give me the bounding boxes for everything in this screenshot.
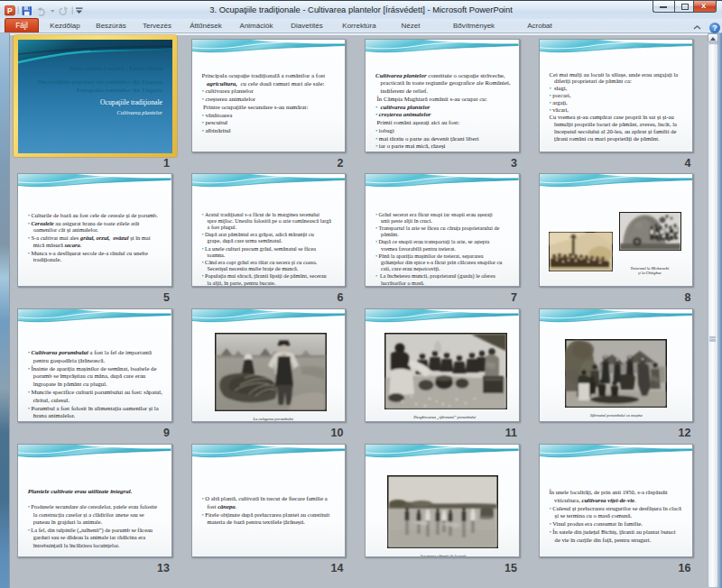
svg-text:P: P bbox=[7, 6, 13, 15]
